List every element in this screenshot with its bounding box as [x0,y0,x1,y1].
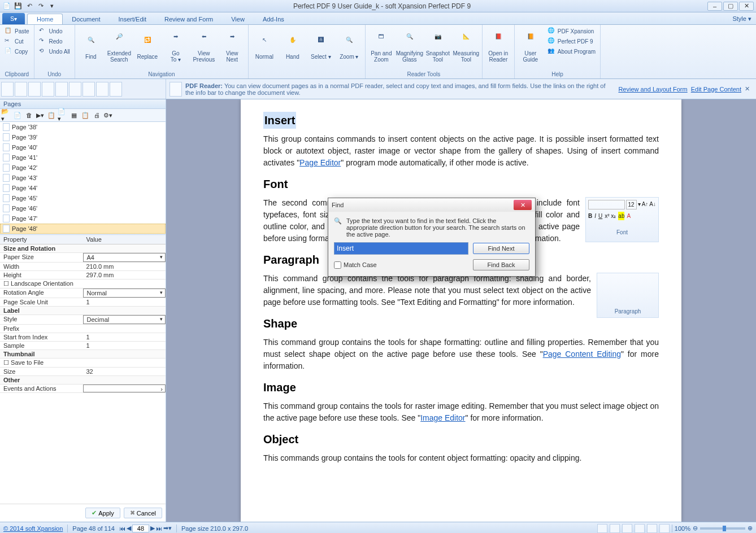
edit-page-content-link[interactable]: Edit Page Content [691,86,741,93]
tool-icon[interactable]: ▶▾ [35,110,45,120]
qat-redo-icon[interactable]: ↷ [36,2,45,11]
prop-save-file[interactable]: ☐ Save to File [0,359,166,368]
prop-sample[interactable]: Sample1 [0,342,166,350]
view-previous-button[interactable]: ⬅ViewPrevious [190,26,218,70]
prop-width[interactable]: Width210.0 mm [0,263,166,271]
view-icon[interactable] [635,524,645,533]
page-list-item[interactable]: Page '46' [0,203,166,213]
tool-icon[interactable]: 📄▾ [58,110,68,120]
minimize-button[interactable]: – [707,2,722,11]
paste-button[interactable]: 📋Paste [2,26,32,36]
prop-scale-unit[interactable]: Page Scale Unit1 [0,298,166,307]
view-mode-icon[interactable] [110,82,122,97]
zoom-tool-button[interactable]: 🔍Zoom ▾ [336,26,363,70]
tab-document[interactable]: Document [63,14,109,24]
next-page-icon[interactable]: ▶ [150,525,155,532]
view-next-button[interactable]: ➡ViewNext [219,26,246,70]
find-dialog-titlebar[interactable]: Find ✕ [328,198,535,212]
apply-button[interactable]: ✔Apply [85,508,120,518]
normal-tool-button[interactable]: ↖Normal [251,26,278,70]
close-button[interactable]: ✕ [739,2,754,11]
prop-prefix[interactable]: Prefix [0,325,166,333]
tool-icon[interactable]: 🖨 [92,110,102,120]
pages-list[interactable]: Page '38'Page '39'Page '40'Page '41'Page… [0,122,166,235]
page-list-item[interactable]: Page '45' [0,193,166,203]
page-list-item[interactable]: Page '39' [0,132,166,142]
view-mode-icon[interactable] [82,82,95,97]
view-icon[interactable] [647,524,657,533]
page-content-editing-link[interactable]: Page Content Editing [543,349,621,359]
infobar-close-icon[interactable]: ✕ [745,85,753,93]
tool-icon[interactable]: 📂▾ [1,110,11,120]
last-page-icon[interactable]: ⏭ [156,525,162,532]
tool-icon[interactable]: ▦ [69,110,79,120]
select-tool-button[interactable]: 🅰Select ▾ [307,26,334,70]
goto-button[interactable]: ➡GoTo ▾ [162,26,189,70]
hand-tool-button[interactable]: ✋Hand [279,26,306,70]
prop-paper-size[interactable]: Paper SizeA4 [0,253,166,263]
about-program-button[interactable]: 👥About Program [545,46,598,56]
cut-button[interactable]: ✂Cut [2,36,32,46]
replace-button[interactable]: 🔁Replace [134,26,161,70]
qat-more-icon[interactable]: ▾ [47,2,57,11]
undo-all-button[interactable]: ⟲Undo All [37,46,72,56]
cancel-button[interactable]: ✖Cancel [124,508,162,518]
snapshot-tool-button[interactable]: 📷SnapshotTool [424,26,451,70]
pdf-xpansion-link[interactable]: 🌐PDF Xpansion [545,26,598,36]
prev-page-icon[interactable]: ◀ [127,525,131,532]
prop-rotation[interactable]: Rotation AngleNormal [0,289,166,298]
tab-home[interactable]: Home [27,14,63,24]
view-mode-icon[interactable] [28,82,41,97]
page-list-item[interactable]: Page '48' [0,224,166,234]
view-icon[interactable] [597,524,607,533]
tool-icon[interactable]: ⚙▾ [103,110,113,120]
view-icon[interactable] [610,524,620,533]
zoom-in-icon[interactable]: ⊕ [748,525,753,532]
match-case-checkbox[interactable]: Match Case [334,261,377,269]
prop-size[interactable]: Size32 [0,368,166,376]
qat-save-icon[interactable]: 💾 [14,2,23,11]
extended-search-button[interactable]: 🔎ExtendedSearch [106,26,133,70]
page-list-item[interactable]: Page '42' [0,163,166,173]
measuring-tool-button[interactable]: 📐MeasuringTool [453,26,480,70]
page-number-input[interactable] [132,525,149,532]
magnifying-glass-button[interactable]: 🔍MagnifyingGlass [396,26,423,70]
prop-height[interactable]: Height297.0 mm [0,271,166,279]
tool-icon[interactable]: 🗑 [24,110,34,120]
page-list-item[interactable]: Page '38' [0,122,166,132]
view-mode-icon[interactable] [15,82,27,97]
tab-insert-edit[interactable]: Insert/Edit [109,14,155,24]
prop-events[interactable]: Events and Actions [0,385,166,393]
find-back-button[interactable]: Find Back [473,259,529,270]
view-mode-icon[interactable] [1,82,14,97]
tab-view[interactable]: View [222,14,254,24]
app-menu-button[interactable]: S▾ [2,13,25,24]
image-editor-link[interactable]: Image Editor [420,413,465,422]
zoom-out-icon[interactable]: ⊖ [693,525,698,532]
copy-button[interactable]: 📄Copy [2,46,32,56]
page-list-item[interactable]: Page '43' [0,173,166,183]
tool-icon[interactable]: 📋 [80,110,90,120]
style-dropdown[interactable]: Style ▾ [728,14,756,24]
prop-start-index[interactable]: Start from Index1 [0,333,166,342]
perfect-pdf-link[interactable]: 🌐Perfect PDF 9 [545,36,598,46]
page-editor-link[interactable]: Page Editor [299,158,341,167]
page-list-item[interactable]: Page '41' [0,152,166,163]
tool-icon[interactable]: 📄 [12,110,23,120]
tab-review-form[interactable]: Review and Form [155,14,222,24]
nav-dropdown-icon[interactable]: ➡▾ [163,525,172,532]
document-area[interactable]: Insert This group contains commands to i… [166,99,756,522]
find-next-button[interactable]: Find Next [473,243,529,254]
undo-button[interactable]: ↶Undo [37,26,72,36]
qat-undo-icon[interactable]: ↶ [25,2,34,11]
review-layout-link[interactable]: Review and Layout Form [618,86,687,93]
copyright-link[interactable]: © 2014 soft Xpansion [3,525,63,532]
maximize-button[interactable]: ▢ [723,2,738,11]
pan-zoom-button[interactable]: 🗔Pan andZoom [368,26,395,70]
view-mode-icon[interactable] [69,82,81,97]
page-list-item[interactable]: Page '44' [0,183,166,193]
page-list-item[interactable]: Page '40' [0,142,166,152]
view-mode-icon[interactable] [96,82,108,97]
user-guide-button[interactable]: 📙UserGuide [517,26,544,70]
view-mode-icon[interactable] [42,82,54,97]
